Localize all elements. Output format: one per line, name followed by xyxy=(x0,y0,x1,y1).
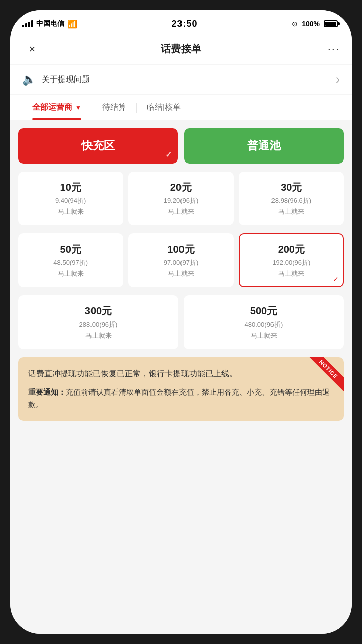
tab-all-label: 全部运营商 xyxy=(32,102,72,113)
fast-charge-button[interactable]: 快充区 ✓ xyxy=(18,128,178,164)
product-grid-row3: 300元 288.00(96折) 马上就来 500元 480.00(96折) 马… xyxy=(18,295,344,349)
product-50-discount: 48.50(97折) xyxy=(53,258,88,267)
speaker-icon: 🔈 xyxy=(22,73,36,86)
notice-important-text: 重要通知：充值前请认真看清取单面值金额在充值，禁止用各充、小充、充错等任何理由退… xyxy=(28,386,334,411)
product-30-discount: 28.98(96.6折) xyxy=(272,196,312,205)
product-20[interactable]: 20元 19.20(96折) 马上就来 xyxy=(128,172,233,225)
product-20-status: 马上就来 xyxy=(168,207,194,216)
tab-temp[interactable]: 临结|核单 xyxy=(137,95,191,120)
product-200-amount: 200元 xyxy=(278,243,305,256)
product-50[interactable]: 50元 48.50(97折) 马上就来 xyxy=(18,233,123,287)
product-30-amount: 30元 xyxy=(281,181,302,194)
product-500-amount: 500元 xyxy=(250,304,277,318)
tab-all-operators[interactable]: 全部运营商 ▼ xyxy=(22,95,92,120)
notice-badge: NOTICE xyxy=(304,357,344,397)
notice-arrow-icon: › xyxy=(336,72,340,87)
product-100-amount: 100元 xyxy=(167,243,194,256)
status-right: ⊙ 100% xyxy=(292,20,340,28)
product-grid-row2: 50元 48.50(97折) 马上就来 100元 97.00(97折) 马上就来… xyxy=(18,233,344,287)
battery-percent: 100% xyxy=(302,20,320,28)
more-button[interactable]: ··· xyxy=(320,43,340,56)
notice-card: NOTICE 话费直冲提现功能已恢复已正常，银行卡提现功能已上线。 重要通知：充… xyxy=(18,357,344,421)
product-100[interactable]: 100元 97.00(97折) 马上就来 xyxy=(128,233,233,287)
carrier-label: 中国电信 xyxy=(36,19,64,28)
product-500[interactable]: 500元 480.00(96折) 马上就来 xyxy=(184,295,344,349)
product-10-discount: 9.40(94折) xyxy=(55,196,86,205)
notice-left: 🔈 关于提现问题 xyxy=(22,73,90,86)
status-time: 23:50 xyxy=(172,19,198,29)
fast-charge-checkmark: ✓ xyxy=(165,150,172,159)
notice-badge-text: NOTICE xyxy=(307,357,344,391)
product-20-discount: 19.20(96折) xyxy=(164,196,199,205)
status-bar: 中国电信 📶 23:50 ⊙ 100% xyxy=(10,10,352,34)
tabs-bar: 全部运营商 ▼ 待结算 临结|核单 xyxy=(10,95,352,120)
product-30[interactable]: 30元 28.98(96.6折) 马上就来 xyxy=(239,172,344,225)
nav-bar: × 话费接单 ··· xyxy=(10,34,352,64)
product-200[interactable]: 200元 192.00(96折) 马上就来 ✓ xyxy=(239,233,344,287)
wifi-icon: 📶 xyxy=(67,19,77,29)
product-200-status: 马上就来 xyxy=(278,269,304,278)
product-grid-row1: 10元 9.40(94折) 马上就来 20元 19.20(96折) 马上就来 3… xyxy=(18,172,344,225)
product-200-checkmark: ✓ xyxy=(333,275,339,283)
product-100-status: 马上就来 xyxy=(168,269,194,278)
notice-banner[interactable]: 🔈 关于提现问题 › xyxy=(10,65,352,94)
fast-charge-label: 快充区 xyxy=(81,138,115,153)
product-30-status: 马上就来 xyxy=(278,207,304,216)
product-10[interactable]: 10元 9.40(94折) 马上就来 xyxy=(18,172,123,225)
normal-pool-button[interactable]: 普通池 xyxy=(184,128,344,164)
product-500-status: 马上就来 xyxy=(251,331,277,340)
screen: 中国电信 📶 23:50 ⊙ 100% × 话费接单 ··· xyxy=(10,10,352,634)
signal-icon xyxy=(22,20,33,27)
status-left: 中国电信 📶 xyxy=(22,19,77,29)
product-300-discount: 288.00(96折) xyxy=(79,320,118,329)
product-100-discount: 97.00(97折) xyxy=(164,258,199,267)
battery-icon xyxy=(324,20,340,27)
product-300-amount: 300元 xyxy=(85,304,112,318)
notice-content-text: 话费直冲提现功能已恢复已正常，银行卡提现功能已上线。 xyxy=(28,367,334,380)
notice-banner-text: 关于提现问题 xyxy=(42,74,90,85)
product-10-status: 马上就来 xyxy=(58,207,84,216)
product-500-discount: 480.00(96折) xyxy=(245,320,283,329)
product-20-amount: 20元 xyxy=(170,181,192,194)
product-10-amount: 10元 xyxy=(60,181,81,194)
tab-temp-label: 临结|核单 xyxy=(147,103,181,111)
product-300-status: 马上就来 xyxy=(85,331,112,340)
page-title: 话费接单 xyxy=(161,42,201,56)
product-50-amount: 50元 xyxy=(60,243,81,256)
tab-pending[interactable]: 待结算 xyxy=(92,95,136,120)
phone-frame: 中国电信 📶 23:50 ⊙ 100% × 话费接单 ··· xyxy=(10,10,352,634)
product-300[interactable]: 300元 288.00(96折) 马上就来 xyxy=(18,295,178,349)
normal-pool-label: 普通池 xyxy=(247,138,281,153)
tab-pending-label: 待结算 xyxy=(102,103,126,111)
main-content: 快充区 ✓ 普通池 10元 9.40(94折) 马上就来 20元 19.20(9… xyxy=(10,120,352,634)
dropdown-arrow-icon: ▼ xyxy=(75,104,81,111)
mode-buttons: 快充区 ✓ 普通池 xyxy=(18,128,344,164)
product-50-status: 马上就来 xyxy=(58,269,84,278)
product-200-discount: 192.00(96折) xyxy=(272,258,310,267)
orientation-icon: ⊙ xyxy=(292,20,298,28)
close-button[interactable]: × xyxy=(22,43,42,56)
